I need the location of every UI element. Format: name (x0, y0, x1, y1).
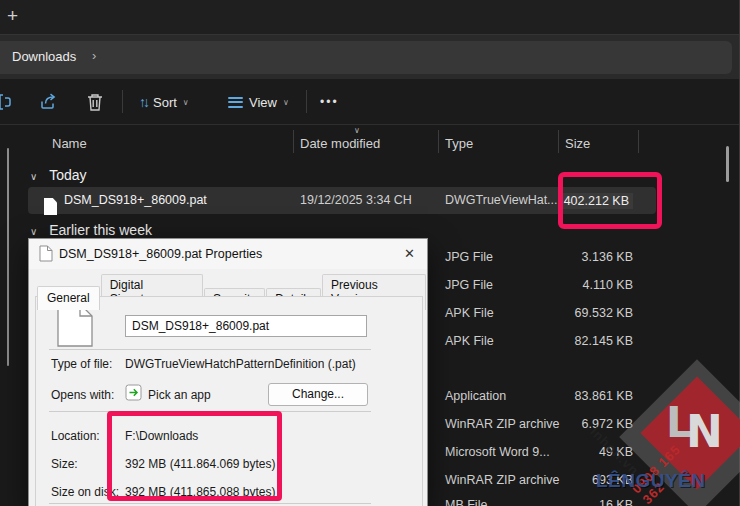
new-tab-button[interactable]: + (7, 5, 18, 27)
sort-button[interactable]: ↑↓ Sort ∨ (139, 90, 189, 114)
share-icon (38, 92, 58, 112)
chevron-down-icon: ∨ (183, 98, 189, 107)
file-size: 83.861 KB (575, 389, 633, 403)
file-size: 49 KB (599, 445, 633, 459)
dialog-title: DSM_DS918+_86009.pat Properties (59, 247, 262, 261)
window-titlebar: + (0, 0, 740, 34)
file-type: Microsoft Word 9... (445, 445, 550, 459)
column-divider[interactable] (293, 130, 294, 153)
column-header-type[interactable]: Type (445, 136, 473, 151)
toolbar-divider (122, 90, 123, 113)
divider (49, 503, 371, 504)
change-button[interactable]: Change... (268, 383, 368, 406)
file-type: WinRAR ZIP archive (445, 473, 559, 487)
group-label: Earlier this week (49, 222, 152, 238)
dialog-titlebar: DSM_DS918+_86009.pat Properties ✕ (29, 239, 427, 269)
file-name: DSM_DS918+_86009.pat (64, 193, 207, 207)
type-of-file-label: Type of file: (51, 357, 112, 371)
filename-input[interactable] (125, 315, 367, 337)
file-type: DWGTrueViewHat... (445, 193, 558, 207)
file-size: 6.972 KB (582, 417, 633, 431)
column-header-size[interactable]: Size (565, 136, 590, 151)
chevron-down-icon: ∨ (30, 226, 37, 237)
group-header-earlier-this-week[interactable]: ∨ Earlier this week (30, 222, 152, 238)
file-type: Application (445, 389, 506, 403)
view-button[interactable]: View ∨ (228, 90, 289, 114)
file-type: JPG File (445, 250, 493, 264)
divider (49, 349, 371, 350)
file-type: JPG File (445, 278, 493, 292)
file-size: 693 KB (592, 473, 633, 487)
sort-ascending-icon: ∨ (354, 126, 360, 135)
file-explorer-window: + Downloads › (0, 0, 740, 506)
group-header-today[interactable]: ∨ Today (30, 167, 87, 183)
group-label: Today (49, 167, 86, 183)
rename-button[interactable] (0, 90, 13, 114)
toolbar-divider (306, 90, 307, 113)
column-divider[interactable] (438, 130, 439, 153)
view-list-icon (228, 94, 243, 110)
list-scrollbar[interactable] (726, 146, 729, 182)
command-toolbar: ↑↓ Sort ∨ View ∨ ••• (0, 79, 740, 125)
file-size: 4.110 KB (582, 278, 633, 292)
view-label: View (249, 95, 277, 110)
opens-with-label: Opens with: (51, 388, 114, 402)
more-options-button[interactable]: ••• (320, 90, 339, 114)
address-bar[interactable]: Downloads › (0, 41, 732, 74)
file-type: APK File (445, 334, 494, 348)
file-size: 82.145 KB (575, 334, 633, 348)
sort-arrows-icon: ↑↓ (139, 94, 147, 110)
size-label: Size: (51, 457, 78, 471)
file-type: WinRAR ZIP archive (445, 417, 559, 431)
trash-icon (86, 92, 104, 112)
delete-button[interactable] (86, 90, 104, 114)
file-size: 16 KB (599, 498, 633, 506)
breadcrumb[interactable]: Downloads (12, 49, 76, 64)
column-divider[interactable] (558, 130, 559, 153)
address-band: Downloads › (0, 34, 740, 79)
location-label: Location: (51, 429, 100, 443)
share-button[interactable] (38, 90, 58, 114)
file-type: APK File (445, 306, 494, 320)
opens-with-value: Pick an app (148, 388, 211, 402)
chevron-down-icon: ∨ (283, 98, 289, 107)
column-header-date-modified[interactable]: Date modified (300, 136, 380, 151)
pick-app-icon (125, 384, 142, 401)
column-divider[interactable] (638, 130, 639, 153)
annotation-highlight-size-fields (107, 411, 282, 501)
sort-label: Sort (153, 95, 177, 110)
annotation-highlight-size-column (558, 172, 662, 229)
tab-general[interactable]: General (37, 286, 100, 310)
chevron-right-icon: › (92, 48, 96, 63)
file-size: 3.136 KB (582, 250, 633, 264)
type-of-file-value: DWGTrueViewHatchPatternDefinition (.pat) (125, 357, 356, 371)
document-icon (39, 245, 53, 262)
column-header-name[interactable]: Name (52, 136, 87, 151)
rename-icon (0, 92, 12, 112)
nav-pane-scrollbar[interactable] (7, 148, 9, 366)
file-size: 69.532 KB (575, 306, 633, 320)
file-date-modified: 19/12/2025 3:34 CH (300, 193, 412, 207)
file-type: MB File (445, 498, 487, 506)
close-icon[interactable]: ✕ (404, 246, 415, 261)
chevron-down-icon: ∨ (30, 171, 37, 182)
